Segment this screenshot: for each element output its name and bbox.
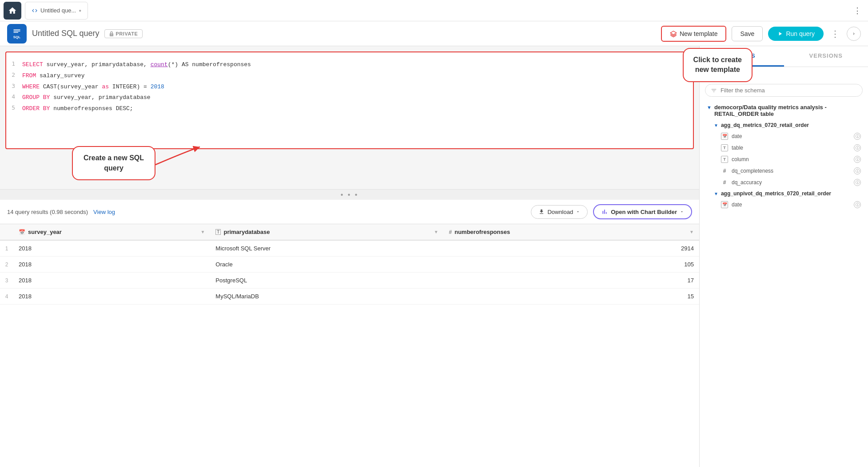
text-icon: T — [721, 156, 728, 163]
row-num-header — [0, 224, 13, 240]
calendar-icon: 📅 — [721, 133, 728, 140]
hash-icon: # — [721, 179, 728, 186]
table-row: 1 2018 Microsoft SQL Server 2914 — [0, 240, 699, 257]
new-template-button[interactable]: New template — [661, 26, 727, 42]
col-header-primarydatabase: T primarydatabase ▼ — [210, 224, 443, 240]
sort-survey-year[interactable]: ▼ — [200, 230, 205, 234]
tab-dot: ● — [79, 8, 81, 13]
tab-details[interactable]: DETAILS — [700, 46, 784, 67]
tab-versions[interactable]: VERSIONS — [784, 46, 868, 67]
code-line-5: 5 ORDER BY numberofresponses DESC; — [6, 103, 693, 115]
private-badge: PRIVATE — [104, 29, 143, 38]
schema-children-1: ▼ agg_dq_metrics_0720_retail_order 📅 dat… — [701, 120, 866, 210]
info-icon[interactable]: ⓘ — [854, 144, 861, 151]
save-button[interactable]: Save — [732, 26, 763, 41]
filter-icon — [711, 87, 717, 94]
schema-content: ▼ democorp/Data quality metrics analysis… — [700, 101, 868, 467]
code-line-2: 2 FROM salary_survey — [6, 71, 693, 82]
schema-filter-input[interactable] — [721, 87, 857, 94]
toolbar: SQL Untitled SQL query PRIVATE New templ… — [0, 21, 868, 46]
query-tab[interactable]: Untitled que... ● — [25, 2, 88, 20]
query-title: Untitled SQL query — [32, 29, 99, 38]
info-icon[interactable]: ⓘ — [854, 133, 861, 140]
schema-field-date: 📅 date ⓘ — [709, 131, 866, 142]
col-header-numberofresponses: # numberofresponses ▼ — [444, 224, 699, 240]
info-icon[interactable]: ⓘ — [854, 156, 861, 163]
run-query-button[interactable]: Run query — [768, 27, 824, 41]
info-icon[interactable]: ⓘ — [854, 201, 861, 208]
schema-group-1: ▼ democorp/Data quality metrics analysis… — [701, 101, 866, 210]
top-nav: Untitled que... ● ⋮ — [0, 0, 868, 21]
table-row: 3 2018 PostgreSQL 17 — [0, 273, 699, 289]
table-header-row: 📅 survey_year ▼ T primarydatabase ▼ — [0, 224, 699, 240]
top-nav-more-icon[interactable]: ⋮ — [850, 4, 864, 18]
schema-subgroup-1[interactable]: ▼ agg_dq_metrics_0720_retail_order — [709, 120, 866, 131]
text-icon: T — [721, 144, 728, 151]
schema-field-column: T column ⓘ — [709, 154, 866, 165]
code-line-4: 4 GROUP BY survey_year, primarydatabase — [6, 92, 693, 103]
left-panel: 1 SELECT survey_year, primarydatabase, c… — [0, 46, 699, 467]
schema-subgroup-2-fields: 📅 date ⓘ — [709, 199, 866, 210]
table-row: 4 2018 MySQL/MariaDB 15 — [0, 289, 699, 305]
home-button[interactable] — [4, 2, 21, 20]
sql-icon: SQL — [7, 24, 27, 44]
schema-subgroup-1-fields: 📅 date ⓘ T table ⓘ T column ⓘ — [709, 131, 866, 188]
schema-subgroup-2[interactable]: ▼ agg_unpivot_dq_metrics_0720_retail_ord… — [709, 188, 866, 199]
chart-builder-button[interactable]: Open with Chart Builder — [593, 204, 692, 219]
main-layout: 1 SELECT survey_year, primarydatabase, c… — [0, 46, 868, 467]
code-line-3: 3 WHERE CAST(survey_year as INTEGER) = 2… — [6, 82, 693, 93]
project-label: PROJE... — [700, 67, 868, 81]
code-line-1: 1 SELECT survey_year, primarydatabase, c… — [6, 59, 693, 71]
chevron-down-icon: ▼ — [707, 105, 712, 110]
schema-field-table: T table ⓘ — [709, 142, 866, 154]
hash-icon: # — [721, 168, 728, 174]
sort-numberofresponses[interactable]: ▼ — [689, 230, 694, 234]
table-row: 2 2018 Oracle 105 — [0, 257, 699, 273]
toolbar-more-icon[interactable]: ⋮ — [831, 28, 840, 39]
results-table: 📅 survey_year ▼ T primarydatabase ▼ — [0, 224, 699, 467]
schema-field-date-2: 📅 date ⓘ — [709, 199, 866, 210]
col-header-survey-year: 📅 survey_year ▼ — [13, 224, 210, 240]
code-editor[interactable]: 1 SELECT survey_year, primarydatabase, c… — [5, 51, 694, 149]
results-bar: 14 query results (0.98 seconds) View log… — [0, 200, 699, 224]
chevron-down-icon: ▼ — [714, 123, 718, 128]
filter-bar[interactable] — [705, 84, 863, 97]
info-icon[interactable]: ⓘ — [854, 167, 861, 174]
private-label: PRIVATE — [115, 31, 138, 36]
download-button[interactable]: Download — [531, 205, 588, 219]
results-summary: 14 query results (0.98 seconds) — [7, 209, 88, 215]
chevron-down-icon: ▼ — [714, 191, 718, 196]
info-icon[interactable]: ⓘ — [854, 179, 861, 186]
calendar-icon: 📅 — [721, 201, 728, 208]
toolbar-chevron-icon[interactable] — [847, 27, 861, 41]
tab-label: Untitled que... — [40, 7, 76, 14]
view-log-link[interactable]: View log — [93, 209, 115, 215]
schema-field-dq-accuracy: # dq_accuracy ⓘ — [709, 177, 866, 188]
sort-primarydatabase[interactable]: ▼ — [434, 230, 438, 234]
schema-tabs: DETAILS VERSIONS — [700, 46, 868, 67]
schema-field-dq-completeness: # dq_completeness ⓘ — [709, 165, 866, 177]
annotation-arrow — [151, 142, 204, 169]
drag-handle[interactable]: • • • — [0, 189, 699, 200]
schema-group-header-1[interactable]: ▼ democorp/Data quality metrics analysis… — [701, 101, 866, 120]
right-panel: DETAILS VERSIONS PROJE... ▼ democorp/Dat… — [699, 46, 868, 467]
create-sql-annotation: Create a new SQL query — [72, 146, 155, 180]
